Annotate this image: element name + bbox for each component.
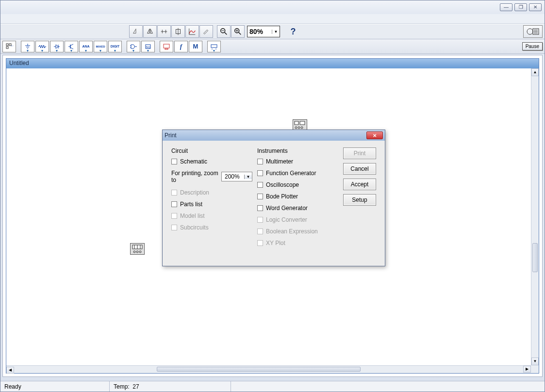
svg-rect-33	[300, 121, 305, 125]
flip-v-icon[interactable]	[157, 25, 171, 38]
accept-button[interactable]: Accept	[343, 179, 376, 190]
align-icon[interactable]	[171, 25, 185, 38]
edit-icon[interactable]	[199, 25, 213, 38]
help-icon[interactable]: ?	[286, 25, 300, 38]
instruments-column: Instruments Multimeter Function Generato…	[257, 147, 338, 251]
power-switch-icon[interactable]	[523, 25, 543, 38]
svg-line-3	[225, 33, 227, 35]
svg-point-42	[136, 251, 138, 253]
status-temp: Temp: 27	[110, 381, 231, 392]
close-button[interactable]: ✕	[529, 3, 542, 11]
dialog-title-text: Print	[165, 132, 177, 139]
toolbar-components: ← ▼ ▼ ▼ ▼ ANA▼ MIXED▼ DIGIT▼ ▼ SQ▼ f M ▼…	[0, 39, 545, 54]
print-dialog: Print ✕ Circuit Schematic For printing, …	[162, 130, 385, 266]
svg-point-41	[133, 251, 135, 253]
scroll-thumb[interactable]	[532, 243, 538, 272]
svg-line-23	[70, 44, 73, 46]
scroll-thumb[interactable]	[157, 367, 361, 372]
component-icon[interactable]	[130, 243, 145, 255]
vertical-scrollbar[interactable]: ▲ ▼	[531, 68, 539, 365]
scroll-down-icon[interactable]: ▼	[531, 358, 539, 365]
scroll-left-icon[interactable]: ◀	[6, 367, 14, 374]
grid-icon[interactable]: ←	[2, 41, 16, 52]
schematic-checkbox[interactable]: Schematic	[171, 158, 252, 165]
svg-point-34	[295, 127, 297, 129]
subcircuits-checkbox: Subcircuits	[171, 224, 252, 231]
dialog-close-icon[interactable]: ✕	[366, 131, 383, 139]
func-gen-checkbox[interactable]: Function Generator	[257, 170, 338, 177]
setup-button[interactable]: Setup	[343, 194, 376, 206]
dialog-buttons: Print Cancel Accept Setup	[343, 147, 376, 251]
rotate-left-icon[interactable]	[129, 25, 143, 38]
resistor-icon[interactable]: ▼	[35, 41, 49, 52]
chevron-down-icon[interactable]: ▼	[244, 175, 252, 179]
toolbar-main: ▼ ?	[0, 24, 545, 39]
oscilloscope-checkbox[interactable]: Oscilloscope	[257, 181, 338, 188]
svg-rect-14	[6, 44, 8, 46]
chevron-down-icon[interactable]: ▼	[272, 30, 280, 34]
main-window: — ❐ ✕ ▼ ? ← ▼ ▼ ▼ ▼ ANA▼ MIXED▼ DI	[0, 0, 545, 392]
svg-point-36	[301, 127, 303, 129]
instruments-label: Instruments	[257, 147, 338, 154]
parts-list-checkbox[interactable]: Parts list	[171, 201, 252, 208]
svg-point-43	[139, 251, 141, 253]
circuit-column: Circuit Schematic For printing, zoom to …	[171, 147, 252, 251]
scroll-corner	[531, 365, 539, 373]
statusbar: Ready Temp: 27	[0, 381, 545, 392]
cancel-button[interactable]: Cancel	[343, 163, 376, 175]
mixed-ic-icon[interactable]: MIXED▼	[94, 41, 107, 52]
zoom-combo[interactable]: ▼	[247, 26, 280, 37]
analog-ic-icon[interactable]: ANA▼	[79, 41, 93, 52]
graph-icon[interactable]	[185, 25, 199, 38]
svg-rect-32	[295, 121, 298, 125]
zoom-input[interactable]	[248, 28, 272, 35]
svg-text:SQ: SQ	[146, 46, 150, 49]
minimize-button[interactable]: —	[500, 3, 512, 11]
scroll-right-icon[interactable]: ▶	[523, 366, 531, 373]
xy-plot-checkbox: XY Plot	[257, 240, 338, 246]
print-button: Print	[343, 147, 376, 159]
svg-point-35	[298, 127, 300, 129]
pause-button[interactable]: Pause	[522, 42, 543, 50]
child-title: Untitled	[6, 59, 539, 68]
maximize-button[interactable]: ❐	[514, 3, 527, 11]
display-icon[interactable]	[160, 41, 173, 52]
flip-h-icon[interactable]	[143, 25, 157, 38]
ground-icon[interactable]: ▼	[21, 41, 34, 52]
dialog-titlebar[interactable]: Print ✕	[163, 130, 385, 141]
svg-line-6	[239, 33, 241, 35]
bool-expr-checkbox: Boolean Expression	[257, 228, 338, 235]
menubar[interactable]	[0, 14, 545, 24]
multimeter-checkbox[interactable]: Multimeter	[257, 158, 338, 165]
scroll-up-icon[interactable]: ▲	[531, 68, 539, 76]
indicator-icon[interactable]: SQ▼	[141, 41, 155, 52]
svg-rect-29	[211, 45, 217, 48]
function-icon[interactable]: f	[174, 41, 188, 52]
gate-icon[interactable]: ▼	[127, 41, 140, 52]
circuit-label: Circuit	[171, 147, 252, 154]
digital-ic-icon[interactable]: DIGIT▼	[108, 41, 122, 52]
description-checkbox: Description	[171, 189, 252, 196]
status-ready: Ready	[0, 381, 110, 392]
zoom-out-icon[interactable]	[217, 25, 231, 38]
svg-rect-27	[164, 44, 169, 48]
zoom-in-icon[interactable]	[231, 25, 245, 38]
word-gen-checkbox[interactable]: Word Generator	[257, 205, 338, 212]
transistor-icon[interactable]: ▼	[65, 41, 78, 52]
print-zoom-select[interactable]: 200%▼	[221, 172, 252, 181]
model-list-checkbox: Model list	[171, 212, 252, 219]
diode-icon[interactable]: ▼	[50, 41, 64, 52]
horizontal-scrollbar[interactable]: ◀ ▶	[6, 365, 531, 373]
m-icon[interactable]: M	[189, 41, 202, 52]
titlebar: — ❐ ✕	[0, 0, 545, 14]
bode-checkbox[interactable]: Bode Plotter	[257, 193, 338, 200]
svg-rect-15	[6, 47, 8, 49]
print-zoom-label: For printing, zoom to	[171, 170, 218, 183]
instrument-icon[interactable]: ▼	[207, 41, 221, 52]
svg-point-9	[527, 29, 533, 34]
logic-conv-checkbox: Logic Converter	[257, 216, 338, 223]
svg-rect-28	[165, 49, 168, 49]
